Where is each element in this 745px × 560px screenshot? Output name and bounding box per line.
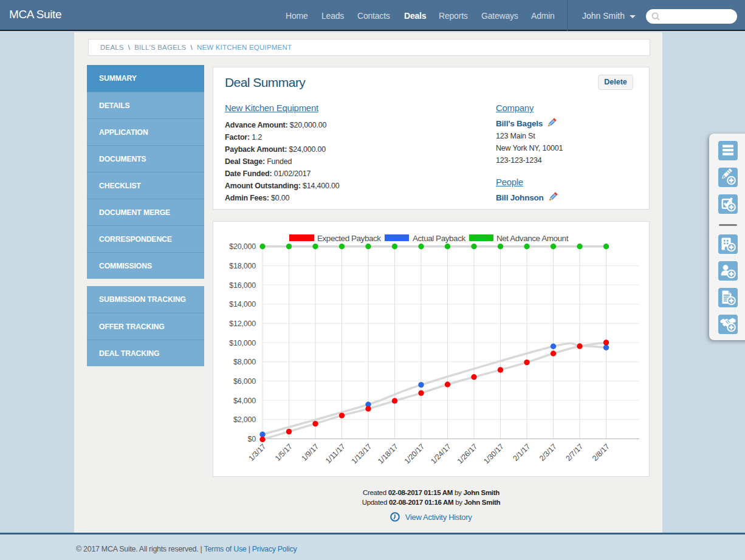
svg-text:2/3/17: 2/3/17 bbox=[538, 442, 558, 463]
svg-text:1/3/17: 1/3/17 bbox=[247, 442, 267, 463]
svg-text:$2,000: $2,000 bbox=[233, 415, 256, 424]
svg-text:1/11/17: 1/11/17 bbox=[324, 442, 347, 465]
svg-text:$14,000: $14,000 bbox=[229, 300, 256, 309]
svg-text:1/9/17: 1/9/17 bbox=[300, 442, 320, 463]
svg-text:Actual Payback: Actual Payback bbox=[413, 234, 465, 243]
svg-text:$16,000: $16,000 bbox=[229, 281, 256, 290]
svg-text:$6,000: $6,000 bbox=[233, 377, 256, 386]
svg-text:1/20/17: 1/20/17 bbox=[403, 442, 427, 466]
svg-text:Net Advance Amount: Net Advance Amount bbox=[496, 234, 569, 243]
svg-text:$12,000: $12,000 bbox=[229, 319, 256, 328]
svg-text:1/5/17: 1/5/17 bbox=[273, 442, 294, 463]
svg-text:$8,000: $8,000 bbox=[233, 358, 256, 366]
svg-text:2/8/17: 2/8/17 bbox=[591, 442, 611, 463]
svg-text:2/1/17: 2/1/17 bbox=[511, 442, 532, 463]
svg-text:$4,000: $4,000 bbox=[233, 397, 256, 405]
svg-text:1/24/17: 1/24/17 bbox=[429, 442, 453, 466]
svg-text:1/26/17: 1/26/17 bbox=[456, 442, 479, 466]
svg-text:$0: $0 bbox=[247, 435, 256, 443]
svg-text:Expected Payback: Expected Payback bbox=[317, 234, 381, 243]
svg-text:$10,000: $10,000 bbox=[229, 339, 256, 347]
svg-text:$20,000: $20,000 bbox=[229, 242, 256, 251]
svg-text:1/18/17: 1/18/17 bbox=[376, 442, 400, 466]
svg-text:$18,000: $18,000 bbox=[229, 262, 256, 270]
svg-text:2/7/17: 2/7/17 bbox=[564, 442, 585, 463]
svg-text:1/30/17: 1/30/17 bbox=[482, 442, 506, 466]
svg-text:1/13/17: 1/13/17 bbox=[350, 442, 374, 466]
